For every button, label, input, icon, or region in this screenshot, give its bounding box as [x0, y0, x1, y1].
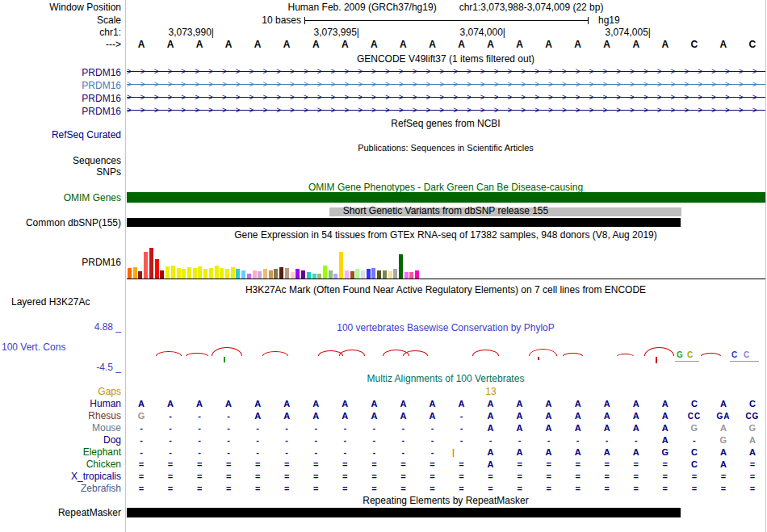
gene-model-row[interactable]: >>>>>>>>>>>>>>>>>>>>>>>>>>>>>>>>>>>>>>>>…	[127, 104, 765, 117]
scale-value: 10 bases	[127, 15, 301, 26]
gene-model-row[interactable]: >>>>>>>>>>>>>>>>>>>>>>>>>>>>>>>>>>>>>>>>…	[127, 65, 765, 78]
alignment-base: -	[359, 446, 388, 459]
gtex-tissue-bar	[166, 266, 170, 279]
scale-bar	[304, 17, 589, 24]
gtex-tissue-bar	[144, 252, 148, 279]
alignment-base: =	[272, 459, 301, 471]
alignment-base: G	[709, 434, 738, 446]
gtex-tissue-bar	[317, 274, 321, 279]
h3k27ac-title[interactable]: H3K27Ac Mark (Often Found Near Active Re…	[127, 284, 765, 295]
alignment-base: A	[156, 398, 185, 410]
conservation-track-label[interactable]: 100 Vert. Cons	[2, 341, 65, 353]
dbsnp-common-bar[interactable]	[127, 218, 681, 227]
gtex-tissue-bar	[295, 269, 300, 279]
alignment-base: A	[301, 410, 330, 422]
gene-item-label[interactable]: PRDM16	[0, 80, 121, 91]
alignment-base: =	[738, 459, 767, 471]
alignment-base: C	[680, 446, 709, 459]
alignment-base: =	[622, 483, 651, 495]
alignment-base: =	[156, 459, 185, 471]
refseq-title[interactable]: RefSeq genes from NCBI	[127, 118, 765, 129]
alignment-base: -	[476, 434, 505, 446]
omim-gene-bar[interactable]	[127, 192, 765, 203]
gtex-tissue-bar	[160, 270, 164, 279]
alignment-base: -	[156, 446, 185, 459]
alignment-row: -----------|AAAAAAGCAA	[0, 446, 767, 459]
alignment-base: A	[738, 446, 767, 459]
sequences-track-label[interactable]: Sequences	[0, 155, 121, 166]
dbsnp-title[interactable]: Short Genetic Variants from dbSNP releas…	[127, 205, 765, 216]
alignment-base: A	[185, 398, 214, 410]
conservation-logo-baseline	[730, 361, 759, 362]
alignment-base: A	[622, 422, 651, 434]
alignment-base: =	[505, 483, 534, 495]
alignment-base: -	[185, 410, 214, 422]
gtex-title[interactable]: Gene Expression in 54 tissues from GTEx …	[127, 229, 765, 241]
alignment-base: A	[651, 434, 680, 446]
alignment-base: CC	[680, 410, 709, 422]
gtex-tissue-bar	[345, 270, 349, 279]
omim-genes-label[interactable]: OMIM Genes	[0, 192, 121, 203]
phylop-title[interactable]: 100 vertebrates Basewise Conservation by…	[127, 322, 765, 333]
alignment-base: =	[330, 459, 359, 471]
gtex-tissue-bar	[149, 248, 153, 279]
dbsnp-track-label[interactable]: Common dbSNP(155)	[0, 217, 121, 228]
repeatmasker-bar[interactable]	[127, 508, 681, 517]
alignment-base: =	[447, 471, 476, 483]
alignment-base: -	[272, 446, 301, 459]
alignment-row: ======================	[0, 483, 767, 495]
base-letter: A	[359, 39, 388, 50]
alignment-base: =	[651, 459, 680, 471]
snps-track-label[interactable]: SNPs	[0, 166, 121, 178]
refseq-curated-label[interactable]: RefSeq Curated	[0, 129, 121, 140]
gene-item-label[interactable]: PRDM16	[0, 106, 121, 117]
base-letter: A	[301, 39, 330, 50]
alignment-base: =	[622, 459, 651, 471]
gencode-title[interactable]: GENCODE V49lift37 (1 items filtered out)	[127, 53, 765, 65]
alignment-base: -	[127, 422, 156, 434]
alignment-base: =	[388, 471, 417, 483]
gene-item-label[interactable]: PRDM16	[0, 93, 121, 104]
gtex-gene-label[interactable]: PRDM16	[0, 257, 121, 268]
alignment-base: A	[593, 422, 622, 434]
alignment-base: A	[593, 410, 622, 422]
alignment-base: -	[330, 422, 359, 434]
repeatmasker-title[interactable]: Repeating Elements by RepeatMasker	[127, 495, 765, 506]
alignment-base: -	[447, 422, 476, 434]
alignment-base: A	[651, 398, 680, 410]
alignment-base: =	[359, 459, 388, 471]
alignment-base: -	[418, 422, 447, 434]
alignment-base: C	[738, 398, 767, 410]
alignment-base: C	[680, 398, 709, 410]
conservation-arc	[318, 350, 343, 362]
gene-model-row[interactable]: >>>>>>>>>>>>>>>>>>>>>>>>>>>>>>>>>>>>>>>>…	[127, 91, 765, 104]
gene-model-row[interactable]: >>>>>>>>>>>>>>>>>>>>>>>>>>>>>>>>>>>>>>>>…	[127, 78, 765, 91]
gtex-tissue-bar	[339, 252, 343, 279]
alignment-base: =	[447, 459, 476, 471]
gaps-row-label[interactable]: Gaps	[0, 386, 121, 397]
multiz-title[interactable]: Multiz Alignments of 100 Vertebrates	[127, 373, 765, 384]
gtex-tissue-bar	[269, 270, 273, 279]
alignment-base: =	[301, 483, 330, 495]
alignment-base: -	[359, 434, 388, 446]
conservation-tick	[538, 357, 539, 360]
gtex-expression-chart[interactable]	[127, 242, 765, 279]
scale-bar-line	[305, 20, 588, 21]
scale-label: Scale	[0, 15, 121, 26]
alignment-base: A	[534, 422, 564, 434]
omim-title[interactable]: OMIM Gene Phenotypes - Dark Green Can Be…	[127, 182, 765, 193]
gtex-tissue-bar	[312, 274, 316, 279]
gene-item-label[interactable]: PRDM16	[0, 67, 121, 78]
alignment-base: =	[651, 471, 680, 483]
repeatmasker-track-label[interactable]: RepeatMasker	[0, 507, 121, 518]
alignment-base: -	[185, 422, 214, 434]
gtex-tissue-bar	[274, 269, 278, 279]
alignment-base: A	[564, 422, 593, 434]
h3k27ac-track-label[interactable]: Layered H3K27Ac	[11, 296, 90, 308]
ruler-tick-label: 3,074,005|	[554, 27, 651, 38]
publications-title[interactable]: Publications: Sequences in Scientific Ar…	[127, 143, 765, 153]
base-letter: C	[738, 39, 767, 50]
alignment-base: -	[272, 422, 301, 434]
gtex-tissue-bar	[187, 267, 191, 279]
conservation-arc	[403, 350, 428, 362]
